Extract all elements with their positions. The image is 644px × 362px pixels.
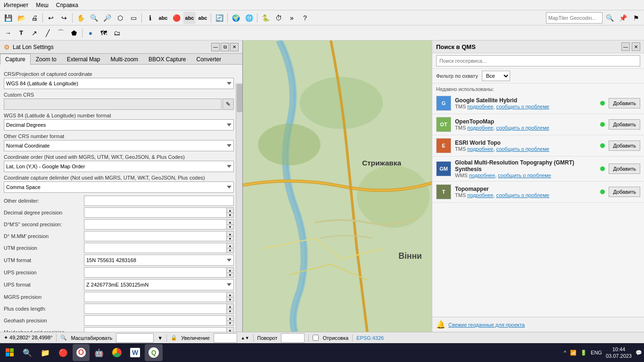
- bookmark-btn[interactable]: ⚑: [630, 12, 642, 24]
- dms-precision-up[interactable]: ▲: [226, 219, 234, 224]
- tb2-map[interactable]: 🗺: [98, 27, 110, 39]
- tb-python[interactable]: 🐍: [259, 12, 272, 24]
- tb-redo[interactable]: ↪: [58, 12, 70, 24]
- opera-taskbar-button[interactable]: O: [73, 344, 90, 361]
- detail-link[interactable]: подробнее: [467, 146, 493, 152]
- minimize-button[interactable]: —: [211, 43, 220, 51]
- tb2-circle-blue[interactable]: ●: [84, 27, 97, 39]
- utm-format-select[interactable]: 15N 755631 4283168: [84, 255, 234, 266]
- dmm-precision-up[interactable]: ▲: [226, 231, 234, 236]
- report-link[interactable]: сообщить о проблеме: [496, 192, 550, 198]
- detail-link[interactable]: подробнее: [467, 104, 493, 109]
- geohash-down[interactable]: ▼: [226, 321, 234, 326]
- tb-select[interactable]: ▭: [127, 12, 140, 24]
- chrome-taskbar-button[interactable]: [108, 344, 125, 361]
- detail-link[interactable]: подробнее: [467, 192, 493, 198]
- tb-identify[interactable]: ℹ: [144, 12, 156, 24]
- dmm-precision-down[interactable]: ▼: [226, 236, 234, 241]
- qgis-taskbar-button[interactable]: Q: [145, 344, 163, 361]
- tb2-layers[interactable]: 🗂: [111, 27, 123, 39]
- scrollbar-track[interactable]: [236, 83, 242, 332]
- ups-format-select[interactable]: Z 2426773mE 1530125mN: [84, 279, 234, 290]
- tab-bboxcapture[interactable]: BBOX Capture: [143, 54, 191, 65]
- tab-converter[interactable]: Converter: [191, 54, 226, 65]
- map-area[interactable]: Стрижавка Вінни: [243, 41, 432, 332]
- other-delimiter-input[interactable]: [84, 196, 234, 206]
- zoom-input[interactable]: 100%: [214, 333, 237, 343]
- menu-help[interactable]: Справка: [56, 2, 78, 8]
- decimal-precision-input[interactable]: 8: [84, 207, 226, 218]
- tb-help[interactable]: ?: [299, 12, 311, 24]
- report-link[interactable]: сообщить о проблеме: [498, 173, 551, 178]
- files-taskbar-button[interactable]: 📁: [37, 344, 54, 361]
- epsg-badge[interactable]: EPSG:4326: [356, 335, 384, 341]
- lang-indicator[interactable]: ENG: [591, 350, 602, 355]
- add-service-button[interactable]: Добавить: [609, 164, 640, 174]
- dms-precision-input[interactable]: 0: [84, 219, 226, 230]
- tb-globe[interactable]: 🌍: [230, 12, 242, 24]
- utm-precision-input[interactable]: 0: [84, 243, 226, 253]
- notification-icon[interactable]: 💬: [636, 350, 642, 356]
- ups-precision-down[interactable]: ▼: [226, 272, 234, 278]
- mgrs-precision-up[interactable]: ▲: [226, 292, 234, 297]
- utm-precision-up[interactable]: ▲: [226, 243, 234, 248]
- qms-search-input[interactable]: [436, 55, 640, 66]
- scale-arrow[interactable]: ▼: [157, 335, 163, 341]
- custom-crs-edit-button[interactable]: ✎: [223, 99, 234, 110]
- tb2-curve[interactable]: ↗: [28, 27, 41, 39]
- tb-style[interactable]: 🔴: [170, 12, 182, 24]
- scale-input[interactable]: 1:44196: [116, 333, 154, 343]
- report-link[interactable]: сообщить о проблеме: [496, 104, 550, 109]
- maidenhead-up[interactable]: ▲: [226, 327, 234, 332]
- tb-label3[interactable]: abc: [197, 12, 209, 24]
- pin-btn[interactable]: 📌: [617, 12, 629, 24]
- report-link[interactable]: сообщить о проблеме: [496, 146, 550, 152]
- tb-print[interactable]: 🖨: [28, 12, 41, 24]
- browser-taskbar-button[interactable]: 🔴: [55, 344, 72, 361]
- tab-multizoom[interactable]: Multi-zoom: [105, 54, 143, 65]
- tb-label2[interactable]: abc: [183, 12, 196, 24]
- tb-pan[interactable]: ✋: [74, 12, 87, 24]
- add-service-button[interactable]: Добавить: [609, 187, 640, 197]
- ups-precision-input[interactable]: 0: [84, 267, 226, 278]
- ups-precision-up[interactable]: ▲: [226, 267, 234, 272]
- tb-more[interactable]: »: [286, 12, 298, 24]
- add-service-button[interactable]: Добавить: [609, 140, 640, 151]
- render-checkbox[interactable]: [313, 335, 319, 341]
- detail-link[interactable]: подробнее: [467, 125, 493, 131]
- qms-bottom-text[interactable]: Свежие геоданные для проекта: [448, 322, 525, 328]
- coord-order-select[interactable]: Lat, Lon (Y,X) - Google Map Order: [4, 161, 234, 172]
- tb-undo[interactable]: ↩: [45, 12, 57, 24]
- tb-zoom-full[interactable]: ⬡: [114, 12, 126, 24]
- tb-timer[interactable]: ⏱: [272, 12, 285, 24]
- tab-zoomto[interactable]: Zoom to: [31, 54, 62, 65]
- qms-minimize-btn[interactable]: —: [621, 42, 630, 51]
- word-taskbar-button[interactable]: W: [126, 344, 144, 361]
- tb2-arrow[interactable]: →: [2, 27, 14, 39]
- search-taskbar-button[interactable]: 🔍: [19, 344, 36, 361]
- geocoder-search-btn[interactable]: 🔍: [603, 12, 616, 24]
- qms-close-btn[interactable]: ✕: [632, 42, 640, 51]
- tb-refresh[interactable]: 🔄: [213, 12, 225, 24]
- other-crs-select[interactable]: Normal Coordinate: [4, 140, 234, 151]
- tb2-polyline[interactable]: ⌒: [55, 27, 67, 39]
- plus-codes-down[interactable]: ▼: [226, 309, 234, 314]
- tb2-polygon[interactable]: ⬟: [68, 27, 80, 39]
- dmm-precision-input[interactable]: 4: [84, 231, 226, 241]
- detail-link[interactable]: подробнее: [469, 173, 495, 178]
- custom-crs-input[interactable]: EPSG:4326 - WGS 84: [4, 99, 222, 110]
- utm-precision-down[interactable]: ▼: [226, 248, 234, 253]
- add-service-button[interactable]: Добавить: [609, 119, 640, 130]
- android-taskbar-button[interactable]: 🤖: [91, 344, 107, 361]
- tray-expand[interactable]: ^: [564, 350, 566, 355]
- add-service-button[interactable]: Добавить: [609, 98, 640, 108]
- menu-internet[interactable]: Интернет: [4, 2, 28, 8]
- clock-display[interactable]: 10:44 03.07.2023: [606, 346, 632, 360]
- zoom-stepper-up[interactable]: ▲▼: [241, 336, 249, 340]
- crs-select[interactable]: WGS 84 (Latitude & Longitude): [4, 78, 234, 89]
- qms-filter-select[interactable]: Все: [482, 71, 510, 81]
- delimiter-select[interactable]: Comma Space: [4, 181, 234, 193]
- plus-codes-up[interactable]: ▲: [226, 304, 234, 309]
- geohash-up[interactable]: ▲: [226, 315, 234, 321]
- geohash-input[interactable]: 10: [84, 315, 226, 326]
